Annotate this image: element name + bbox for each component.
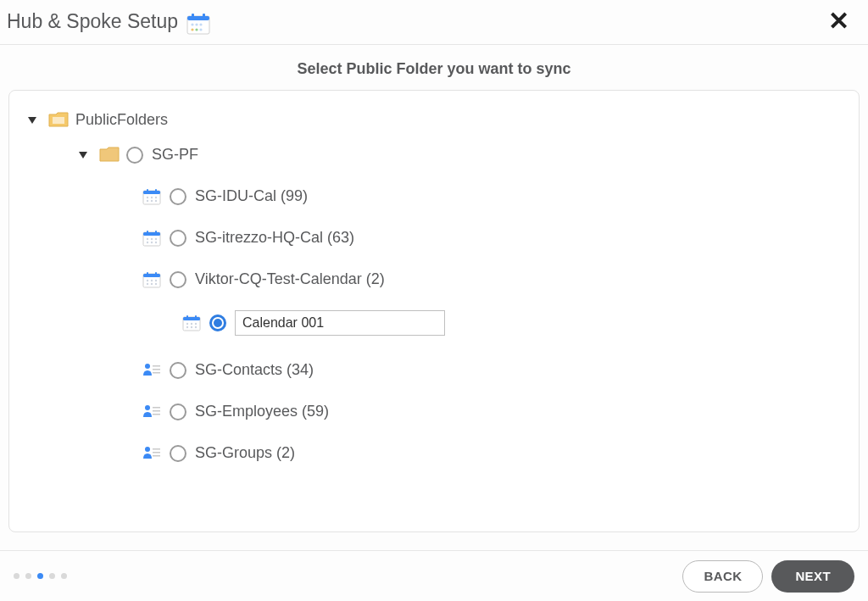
svg-rect-44	[195, 315, 197, 319]
svg-point-28	[147, 241, 148, 242]
calendar-icon	[142, 230, 161, 247]
svg-rect-60	[153, 448, 160, 450]
svg-point-51	[145, 364, 150, 369]
svg-rect-53	[153, 369, 160, 370]
tree-group[interactable]: SG-PF	[79, 146, 850, 164]
svg-rect-43	[186, 315, 188, 319]
svg-point-6	[199, 23, 202, 25]
close-icon[interactable]: ✕	[823, 8, 854, 34]
step-dot	[25, 573, 31, 579]
svg-point-55	[145, 405, 150, 410]
folder-name-input[interactable]	[235, 310, 445, 336]
tree-item[interactable]: SG-Employees (59)	[142, 403, 850, 420]
svg-rect-1	[187, 16, 209, 20]
svg-rect-42	[183, 317, 200, 320]
back-button[interactable]: BACK	[682, 560, 763, 593]
svg-point-18	[147, 199, 148, 201]
radio-item[interactable]	[170, 362, 186, 379]
chevron-down-icon[interactable]	[79, 152, 87, 159]
tree-item[interactable]: SG-Contacts (34)	[142, 361, 850, 379]
folder-icon	[99, 147, 118, 164]
radio-sg-pf[interactable]	[126, 147, 143, 164]
step-dot	[14, 573, 19, 579]
calendar-icon	[182, 314, 201, 331]
svg-point-27	[155, 237, 157, 239]
svg-rect-52	[153, 365, 160, 367]
svg-rect-56	[153, 407, 160, 409]
tree-item-label: SG-Employees (59)	[195, 403, 329, 420]
tree-root-label: PublicFolders	[75, 111, 168, 129]
svg-rect-10	[53, 117, 64, 124]
svg-point-25	[147, 237, 148, 239]
svg-point-5	[195, 23, 198, 25]
svg-point-7	[191, 28, 193, 31]
tree-item-label: SG-itrezzo-HQ-Cal (63)	[195, 229, 354, 247]
tree-root[interactable]: PublicFolders	[28, 111, 850, 129]
svg-rect-14	[155, 189, 157, 192]
tree-item-selected[interactable]	[182, 310, 850, 336]
tree-item-label: Viktor-CQ-Test-Calendar (2)	[195, 270, 385, 288]
svg-rect-24	[155, 231, 157, 234]
svg-rect-12	[143, 191, 160, 194]
svg-point-20	[155, 199, 157, 201]
step-dot	[49, 573, 55, 579]
svg-point-15	[147, 196, 148, 198]
svg-point-19	[151, 199, 153, 201]
svg-point-8	[195, 28, 198, 31]
svg-rect-57	[153, 410, 160, 412]
dialog-subtitle: Select Public Folder you want to sync	[0, 45, 868, 90]
calendar-icon	[142, 188, 161, 205]
chevron-down-icon[interactable]	[28, 117, 36, 124]
dialog-header: Hub & Spoke Setup ✕	[0, 0, 868, 45]
svg-point-4	[191, 23, 193, 25]
svg-rect-58	[153, 414, 160, 415]
radio-item-selected[interactable]	[209, 314, 226, 331]
svg-point-26	[151, 237, 153, 239]
svg-point-35	[147, 279, 148, 281]
svg-point-30	[155, 241, 157, 242]
calendar-icon	[142, 271, 161, 288]
contacts-icon	[142, 403, 161, 420]
svg-rect-22	[143, 232, 160, 236]
svg-rect-33	[147, 272, 148, 275]
contacts-icon	[142, 362, 161, 379]
tree-item[interactable]: SG-IDU-Cal (99)	[142, 187, 850, 205]
svg-point-39	[151, 282, 153, 284]
tree-item-label: SG-Groups (2)	[195, 444, 295, 462]
svg-point-49	[191, 326, 192, 328]
radio-item[interactable]	[170, 445, 186, 462]
dialog-footer: BACK NEXT	[0, 550, 868, 601]
svg-rect-3	[203, 14, 205, 18]
radio-item[interactable]	[170, 271, 186, 288]
svg-rect-61	[153, 452, 160, 454]
step-dot	[61, 573, 67, 579]
svg-rect-54	[153, 372, 160, 374]
radio-item[interactable]	[170, 230, 186, 247]
tree-item[interactable]: SG-itrezzo-HQ-Cal (63)	[142, 229, 850, 247]
tree-item-label: SG-IDU-Cal (99)	[195, 187, 308, 205]
tree-item-label: SG-Contacts (34)	[195, 361, 314, 379]
folder-tree-panel: PublicFolders SG-PF SG-IDU-Cal (99)	[8, 90, 860, 532]
svg-rect-13	[147, 189, 148, 192]
svg-point-36	[151, 279, 153, 281]
svg-rect-34	[155, 272, 157, 275]
svg-point-29	[151, 241, 153, 242]
svg-point-45	[186, 323, 188, 325]
step-dots	[14, 573, 67, 579]
svg-point-59	[145, 447, 150, 452]
dialog-title: Hub & Spoke Setup	[7, 10, 178, 33]
tree-item[interactable]: Viktor-CQ-Test-Calendar (2)	[142, 270, 850, 288]
folder-icon	[48, 112, 67, 129]
svg-point-9	[199, 28, 202, 31]
svg-point-38	[147, 282, 148, 284]
step-dot-active	[37, 573, 43, 579]
tree-group-label: SG-PF	[152, 146, 198, 164]
svg-point-47	[195, 323, 197, 325]
svg-rect-32	[143, 274, 160, 277]
next-button[interactable]: NEXT	[771, 560, 854, 593]
svg-point-17	[155, 196, 157, 198]
radio-item[interactable]	[170, 188, 186, 205]
tree-item[interactable]: SG-Groups (2)	[142, 444, 850, 462]
svg-point-46	[191, 323, 192, 325]
radio-item[interactable]	[170, 403, 186, 420]
